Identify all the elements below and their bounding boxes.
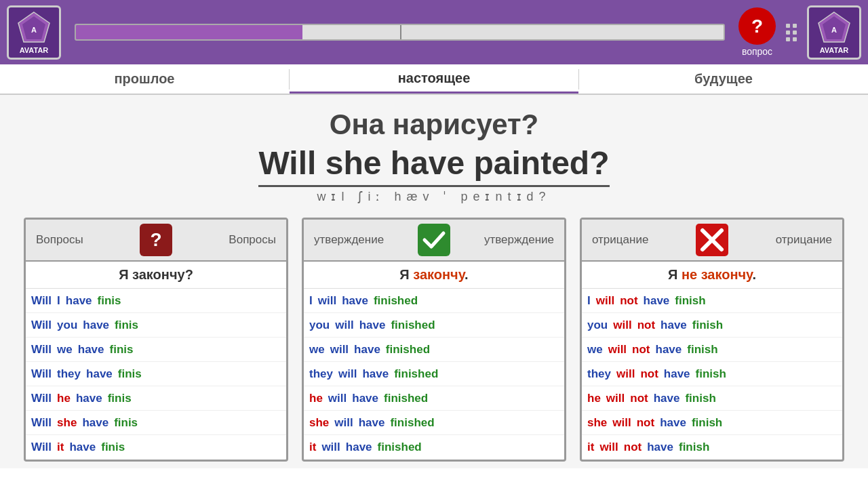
tab-present[interactable]: настоящее	[290, 65, 578, 94]
questions-row-it: Willithavefinis	[26, 435, 286, 460]
negative-row-you: youwillnothavefinish	[582, 313, 842, 338]
questions-title: Я закончу?	[26, 262, 286, 289]
check-icon	[418, 224, 450, 256]
questions-label-right: Вопросы	[229, 233, 276, 247]
affirm-row-you: youwillhavefinished	[304, 313, 564, 338]
vopros-button[interactable]: ? вопрос	[738, 7, 776, 57]
question-icon: ?	[140, 224, 172, 256]
columns-container: Вопросы ? Вопросы Я закончу? WillIhavefi…	[0, 218, 868, 462]
questions-column: Вопросы ? Вопросы Я закончу? WillIhavefi…	[24, 218, 288, 462]
questions-row-i: WillIhavefinis	[26, 289, 286, 313]
negative-column: отрицание отрицание Я не закончу. Iwilln…	[580, 218, 844, 462]
phonetic: wɪl ʃiː hæv ˈ peɪntɪd?	[0, 189, 868, 204]
vopros-label: вопрос	[742, 46, 772, 57]
questions-row-you: Willyouhavefinis	[26, 313, 286, 338]
affirm-label-right: утверждение	[484, 233, 554, 247]
affirm-row-i: Iwillhavefinished	[304, 289, 564, 313]
questions-row-we: Willwehavefinis	[26, 338, 286, 362]
negative-row-i: Iwillnothavefinish	[582, 289, 842, 313]
tab-past[interactable]: прошлое	[0, 66, 289, 92]
avatar-logo-left[interactable]: A AVATAR	[7, 5, 61, 60]
negative-title: Я не закончу.	[582, 262, 842, 289]
questions-label-left: Вопросы	[36, 233, 83, 247]
affirm-column: утверждение утверждение Я закончу. Iwill…	[302, 218, 566, 462]
negative-row-he: hewillnothavefinish	[582, 386, 842, 411]
questions-row-she: Willshehavefinis	[26, 411, 286, 435]
tab-bar: прошлое настоящее будущее	[0, 64, 868, 95]
cross-icon	[696, 224, 728, 256]
affirm-header: утверждение утверждение	[304, 220, 564, 262]
progress-fill	[76, 25, 302, 39]
affirm-row-we: wewillhavefinished	[304, 338, 564, 362]
negative-row-we: wewillnothavefinish	[582, 338, 842, 362]
svg-text:A: A	[31, 26, 37, 34]
affirm-row-it: itwillhavefinished	[304, 435, 564, 460]
svg-text:A: A	[831, 26, 837, 34]
menu-button[interactable]	[786, 24, 797, 41]
negative-header: отрицание отрицание	[582, 220, 842, 262]
affirm-row-she: shewillhavefinished	[304, 411, 564, 435]
tab-future[interactable]: будущее	[579, 66, 868, 92]
questions-header: Вопросы ? Вопросы	[26, 220, 286, 262]
header: A AVATAR ? вопрос A AVATAR	[0, 0, 868, 64]
affirm-title: Я закончу.	[304, 262, 564, 289]
negative-label-right: отрицание	[776, 233, 832, 247]
questions-row-they: Willtheyhavefinis	[26, 362, 286, 386]
avatar-label-right: AVATAR	[820, 46, 849, 54]
progress-divider	[400, 25, 401, 39]
avatar-label-left: AVATAR	[20, 46, 49, 54]
affirm-row-he: hewillhavefinished	[304, 386, 564, 411]
progress-bar	[75, 24, 725, 41]
english-question: Will she have painted?	[258, 144, 609, 187]
affirm-row-they: theywillhavefinished	[304, 362, 564, 386]
negative-label-left: отрицание	[592, 233, 648, 247]
affirm-label-left: утверждение	[314, 233, 384, 247]
russian-question: Она нарисует?	[0, 108, 868, 141]
questions-row-he: Willhehavefinis	[26, 386, 286, 411]
negative-row-she: shewillnothavefinish	[582, 411, 842, 435]
negative-row-it: itwillnothavefinish	[582, 435, 842, 460]
negative-row-they: theywillnothavefinish	[582, 362, 842, 386]
avatar-logo-right[interactable]: A AVATAR	[807, 5, 861, 60]
vopros-icon: ?	[738, 7, 776, 45]
main-content: Она нарисует? Will she have painted? wɪl…	[0, 95, 868, 468]
